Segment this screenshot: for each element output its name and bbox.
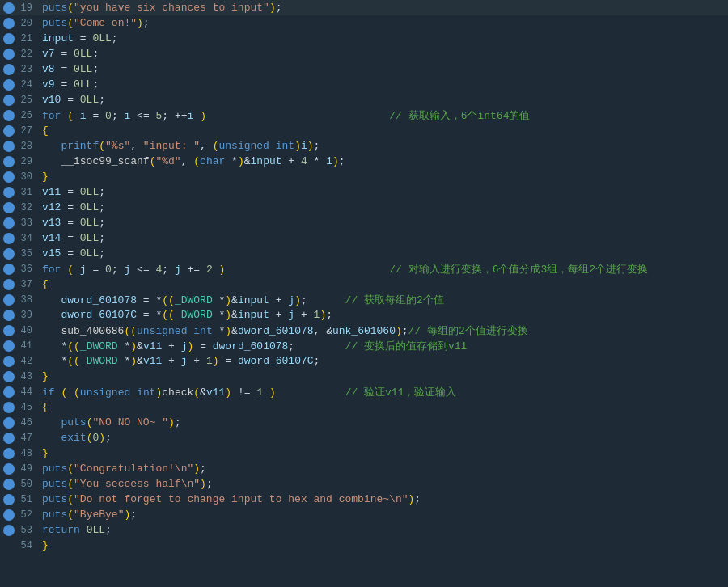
line-content: v9 = 0LL; [42, 78, 722, 91]
line-number: 41 [18, 340, 42, 352]
line-content: puts("Congratulation!\n"); [42, 462, 722, 475]
breakpoint-indicator[interactable] [3, 417, 15, 429]
code-line: 35v15 = 0LL; [0, 246, 728, 261]
line-number: 52 [18, 509, 42, 521]
line-content: v12 = 0LL; [42, 201, 722, 213]
line-content: puts("You seccess half\n"); [42, 478, 722, 490]
line-content: v10 = 0LL; [42, 94, 722, 106]
line-number: 42 [18, 356, 42, 367]
breakpoint-indicator[interactable] [3, 294, 15, 306]
line-content: for ( i = 0; i <= 5; ++i ) // 获取输入，6个int… [42, 108, 722, 123]
line-content: { [42, 125, 722, 137]
breakpoint-indicator[interactable] [3, 310, 15, 321]
line-number: 27 [18, 125, 42, 137]
code-line: 38 dword_601078 = *((_DWORD *)&input + j… [0, 292, 728, 307]
line-content: input = 0LL; [42, 32, 722, 44]
breakpoint-indicator[interactable] [3, 325, 15, 336]
code-line: 30} [0, 169, 728, 184]
line-number: 36 [18, 264, 42, 275]
code-line: 44if ( (unsigned int)check(&v11) != 1 ) … [0, 384, 728, 399]
breakpoint-indicator[interactable] [3, 79, 15, 91]
breakpoint-indicator[interactable] [3, 463, 15, 475]
line-number: 32 [18, 202, 42, 213]
code-line: 31v11 = 0LL; [0, 184, 728, 200]
line-number: 35 [18, 248, 42, 260]
breakpoint-indicator[interactable] [3, 125, 15, 137]
breakpoint-indicator[interactable] [3, 279, 15, 290]
code-line: 45{ [0, 399, 728, 415]
breakpoint-indicator[interactable] [3, 479, 15, 490]
code-line: 52puts("ByeBye"); [0, 507, 728, 522]
line-content: *((_DWORD *)&v11 + j) = dword_601078; //… [42, 339, 722, 353]
code-line: 53return 0LL; [0, 522, 728, 538]
breakpoint-indicator[interactable] [3, 525, 15, 536]
line-content: v7 = 0LL; [42, 48, 722, 60]
line-content: v8 = 0LL; [42, 63, 722, 75]
breakpoint-indicator[interactable] [3, 33, 15, 44]
breakpoint-indicator[interactable] [3, 217, 15, 229]
breakpoint-indicator[interactable] [3, 540, 15, 551]
breakpoint-indicator[interactable] [3, 202, 15, 213]
code-line: 26for ( i = 0; i <= 5; ++i ) // 获取输入，6个i… [0, 108, 728, 123]
code-line: 42 *((_DWORD *)&v11 + j + 1) = dword_601… [0, 353, 728, 369]
line-content: v15 = 0LL; [42, 247, 722, 260]
breakpoint-indicator[interactable] [3, 402, 15, 413]
code-line: 28 printf("%s", "input: ", (unsigned int… [0, 138, 728, 154]
breakpoint-indicator[interactable] [3, 171, 15, 183]
breakpoint-indicator[interactable] [3, 187, 15, 198]
breakpoint-indicator[interactable] [3, 64, 15, 75]
breakpoint-indicator[interactable] [3, 248, 15, 260]
breakpoint-indicator[interactable] [3, 18, 15, 29]
breakpoint-indicator[interactable] [3, 509, 15, 521]
breakpoint-indicator[interactable] [3, 2, 15, 14]
breakpoint-indicator[interactable] [3, 371, 15, 382]
breakpoint-indicator[interactable] [3, 356, 15, 367]
line-number: 34 [18, 233, 42, 244]
line-content: printf("%s", "input: ", (unsigned int)i)… [42, 140, 722, 152]
line-number: 43 [18, 371, 42, 382]
code-line: 33v13 = 0LL; [0, 215, 728, 230]
line-number: 30 [18, 171, 42, 183]
line-number: 47 [18, 433, 42, 444]
line-content: { [42, 401, 722, 413]
line-number: 49 [18, 463, 42, 475]
breakpoint-indicator[interactable] [3, 494, 15, 505]
line-number: 33 [18, 217, 42, 229]
line-content: if ( (unsigned int)check(&v11) != 1 ) //… [42, 385, 722, 399]
breakpoint-indicator[interactable] [3, 156, 15, 167]
line-number: 21 [18, 33, 42, 44]
line-content: puts("NO NO NO~ "); [42, 416, 722, 429]
code-line: 36for ( j = 0; j <= 4; j += 2 ) // 对输入进行… [0, 261, 728, 277]
line-content: } [42, 539, 722, 551]
line-content: for ( j = 0; j <= 4; j += 2 ) // 对输入进行变换… [42, 262, 722, 277]
breakpoint-indicator[interactable] [3, 49, 15, 60]
breakpoint-indicator[interactable] [3, 448, 15, 459]
line-content: v13 = 0LL; [42, 217, 722, 229]
breakpoint-indicator[interactable] [3, 386, 15, 398]
code-line: 22v7 = 0LL; [0, 46, 728, 61]
breakpoint-indicator[interactable] [3, 433, 15, 444]
line-content: puts("you have six chances to input"); [42, 2, 722, 14]
line-content: } [42, 370, 722, 382]
code-line: 37{ [0, 277, 728, 292]
line-number: 40 [18, 325, 42, 336]
line-number: 25 [18, 95, 42, 106]
breakpoint-indicator[interactable] [3, 233, 15, 244]
line-content: } [42, 171, 722, 183]
breakpoint-indicator[interactable] [3, 264, 15, 275]
line-number: 45 [18, 402, 42, 413]
line-number: 50 [18, 479, 42, 490]
code-editor: 19puts("you have six chances to input");… [0, 0, 728, 587]
breakpoint-indicator[interactable] [3, 340, 15, 352]
line-content: dword_601078 = *((_DWORD *)&input + j); … [42, 293, 722, 307]
line-number: 46 [18, 417, 42, 429]
line-number: 31 [18, 187, 42, 198]
breakpoint-indicator[interactable] [3, 110, 15, 121]
line-number: 53 [18, 525, 42, 536]
code-line: 20puts("Come on!"); [0, 15, 728, 31]
code-line: 23v8 = 0LL; [0, 61, 728, 77]
breakpoint-indicator[interactable] [3, 141, 15, 152]
line-content: *((_DWORD *)&v11 + j + 1) = dword_60107C… [42, 355, 722, 367]
breakpoint-indicator[interactable] [3, 95, 15, 106]
code-line: 34v14 = 0LL; [0, 230, 728, 246]
